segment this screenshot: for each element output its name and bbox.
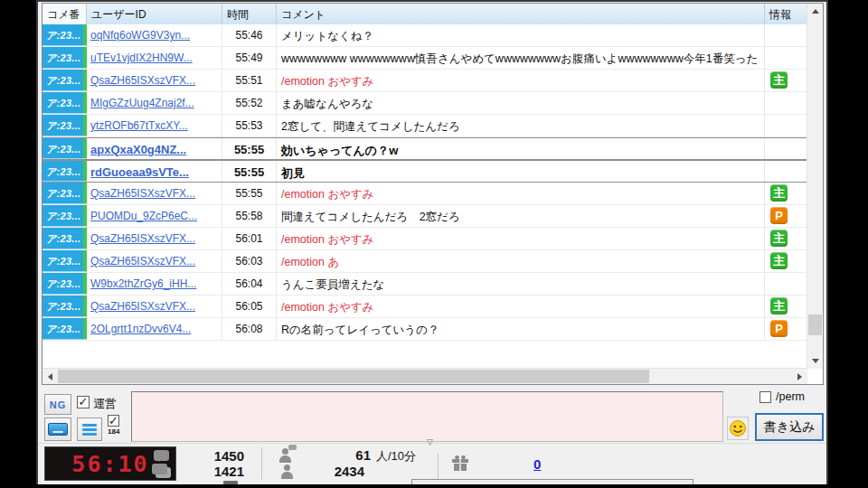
- user-id-link[interactable]: W9bx2thZrGy6_iHH...: [90, 277, 196, 290]
- table-row[interactable]: ア:23...PUOMDu_9ZcP6eC...55:58間違えてコメしたんだろ…: [42, 205, 807, 228]
- comment-number-cell: ア:23...: [42, 24, 87, 46]
- comment-text: 初見: [277, 161, 765, 182]
- comment-text: /emotion おやすみ: [277, 70, 765, 91]
- visitors-rate-icon: [278, 448, 293, 463]
- name-plate-button[interactable]: [44, 418, 71, 441]
- comment-text: wwwwwwww wwwwwwww慎吾さんやめてwwwwwwwwお腹痛いよwww…: [277, 47, 765, 69]
- user-id-link[interactable]: QsaZH65ISXszVFX...: [90, 74, 195, 87]
- header-comment[interactable]: コメント: [277, 4, 765, 24]
- comment-count: 1450: [185, 448, 244, 464]
- horizontal-scroll-thumb[interactable]: [58, 370, 649, 383]
- horizontal-scrollbar[interactable]: [42, 368, 807, 384]
- table-row[interactable]: ア:23...QsaZH65ISXszVFX...55:55/emotion お…: [42, 183, 807, 205]
- comment-time: 55:58: [222, 205, 277, 227]
- info-cell: [765, 115, 807, 136]
- vertical-scrollbar[interactable]: [807, 4, 823, 369]
- comment-time: 55:55: [222, 183, 277, 204]
- ng-button[interactable]: NG: [44, 394, 71, 415]
- owner-badge: 主: [770, 71, 788, 89]
- menu-icon: [82, 424, 97, 427]
- anonymous-184-checkbox[interactable]: ✓: [108, 415, 119, 427]
- table-row[interactable]: ア:23...rdGuoeaa9sVTe...55:55初見: [42, 160, 807, 183]
- table-row[interactable]: ア:23...MIgGZzUug4Znaj2f...55:52まあ嘘なんやろな: [42, 92, 807, 115]
- comment-input[interactable]: [131, 391, 723, 442]
- comment-text: /emotion あ: [277, 250, 765, 272]
- user-id-link[interactable]: QsaZH65ISXszVFX...: [90, 187, 195, 200]
- info-cell: [765, 24, 807, 46]
- comment-time: 56:03: [222, 250, 277, 272]
- user-id-cell: QsaZH65ISXszVFX...: [87, 296, 222, 317]
- table-row[interactable]: ア:23...oqNfq6oWG9V3yn...55:46メリットなくね？: [42, 24, 807, 47]
- comment-count-alt-icon: [152, 464, 167, 474]
- vertical-scroll-thumb[interactable]: [808, 314, 822, 335]
- user-id-link[interactable]: QsaZH65ISXszVFX...: [90, 255, 195, 267]
- comment-list: コメ番 ユーザーID 時間 コメント 情報 ア:23...oqNfq6oWG9V…: [42, 3, 824, 385]
- comment-text: うんこ要員増えたな: [277, 273, 765, 295]
- owner-badge: 主: [770, 230, 788, 247]
- scroll-up-icon[interactable]: [807, 4, 823, 19]
- table-row[interactable]: ア:23...ytzROFb67tTxcXY...55:532窓して、間違えてコ…: [42, 115, 807, 137]
- comment-number-cell: ア:23...: [42, 228, 87, 249]
- submit-comment-button[interactable]: 書き込み: [755, 413, 824, 441]
- comment-number-cell: ア:23...: [42, 183, 87, 204]
- table-row[interactable]: ア:23...QsaZH65ISXszVFX...56:01/emotion お…: [42, 228, 807, 250]
- info-cell: 主: [765, 70, 807, 91]
- user-id-cell: QsaZH65ISXszVFX...: [87, 70, 222, 91]
- table-row[interactable]: ア:23...QsaZH65ISXszVFX...55:51/emotion お…: [42, 70, 807, 92]
- scroll-right-icon[interactable]: [792, 369, 807, 384]
- clipped-icon: [223, 481, 238, 484]
- moderator-checkbox[interactable]: ✓: [77, 396, 90, 408]
- header-info[interactable]: 情報: [765, 4, 807, 24]
- scroll-down-icon[interactable]: [807, 353, 823, 369]
- user-id-link[interactable]: ytzROFb67tTxcXY...: [90, 119, 188, 132]
- user-id-link[interactable]: QsaZH65ISXszVFX...: [90, 300, 195, 313]
- status-divider: [261, 447, 262, 480]
- user-id-link[interactable]: apxQxaX0g4NZ...: [90, 143, 186, 156]
- table-row[interactable]: ア:23...uTEv1vjdIX2HN9W...55:49wwwwwwww w…: [42, 47, 807, 70]
- visitors-per-10min: 61: [336, 447, 371, 463]
- comment-number-cell: ア:23...: [42, 138, 87, 159]
- user-id-cell: W9bx2thZrGy6_iHH...: [87, 273, 222, 295]
- comment-text: Rの名前ってレイっていうの？: [277, 318, 765, 340]
- header-comment-number[interactable]: コメ番: [42, 4, 87, 24]
- table-row[interactable]: ア:23...QsaZH65ISXszVFX...56:05/emotion お…: [42, 296, 807, 318]
- user-id-cell: apxQxaX0g4NZ...: [87, 138, 222, 159]
- table-row[interactable]: ア:23...apxQxaX0g4NZ...55:55効いちゃってんの？w: [42, 137, 807, 160]
- user-id-link[interactable]: PUOMDu_9ZcP6eC...: [90, 210, 197, 222]
- scroll-left-icon[interactable]: [42, 369, 58, 384]
- user-id-link[interactable]: 2OLgrtt1nzDvv6V4...: [90, 323, 191, 335]
- background-window-edge: [411, 479, 693, 484]
- header-user-id[interactable]: ユーザーID: [87, 4, 222, 24]
- table-row[interactable]: ア:23...2OLgrtt1nzDvv6V4...56:08Rの名前ってレイっ…: [42, 318, 807, 341]
- collapse-panel-icon[interactable]: ▽: [427, 437, 433, 446]
- command-list-button[interactable]: [77, 418, 102, 441]
- table-row[interactable]: ア:23...W9bx2thZrGy6_iHH...56:04うんこ要員増えたな: [42, 273, 807, 296]
- header-time[interactable]: 時間: [222, 4, 277, 24]
- user-id-link[interactable]: QsaZH65ISXszVFX...: [90, 232, 195, 245]
- comment-time: 56:05: [222, 296, 277, 317]
- user-id-link[interactable]: uTEv1vjdIX2HN9W...: [90, 52, 193, 64]
- info-cell: [765, 47, 807, 69]
- comment-text: /emotion おやすみ: [277, 228, 765, 249]
- user-id-link[interactable]: MIgGZzUug4Znaj2f...: [90, 97, 194, 109]
- comment-time: 55:49: [222, 47, 277, 69]
- comment-count-icon: [154, 450, 169, 461]
- info-cell: 主: [765, 296, 807, 317]
- comment-text: まあ嘘なんやろな: [277, 92, 765, 114]
- gift-points-link[interactable]: 0: [533, 456, 541, 472]
- comment-time: 56:01: [222, 228, 277, 249]
- user-id-link[interactable]: rdGuoeaa9sVTe...: [90, 165, 189, 179]
- emoticon-button[interactable]: [727, 417, 749, 440]
- info-cell: [765, 138, 807, 159]
- comment-number-cell: ア:23...: [42, 296, 87, 317]
- visitors-unit-label: 人/10分: [376, 448, 416, 465]
- comment-text: 間違えてコメしたんだろ 2窓だろ: [277, 205, 765, 227]
- comment-list-header: コメ番 ユーザーID 時間 コメント 情報: [42, 4, 807, 25]
- info-cell: 主: [765, 228, 807, 249]
- user-id-cell: QsaZH65ISXszVFX...: [87, 183, 222, 204]
- gift-icon: [452, 455, 468, 471]
- table-row[interactable]: ア:23...QsaZH65ISXszVFX...56:03/emotion あ…: [42, 250, 807, 273]
- status-divider-2: [438, 454, 439, 479]
- perm-checkbox[interactable]: [760, 391, 771, 403]
- user-id-link[interactable]: oqNfq6oWG9V3yn...: [90, 29, 190, 42]
